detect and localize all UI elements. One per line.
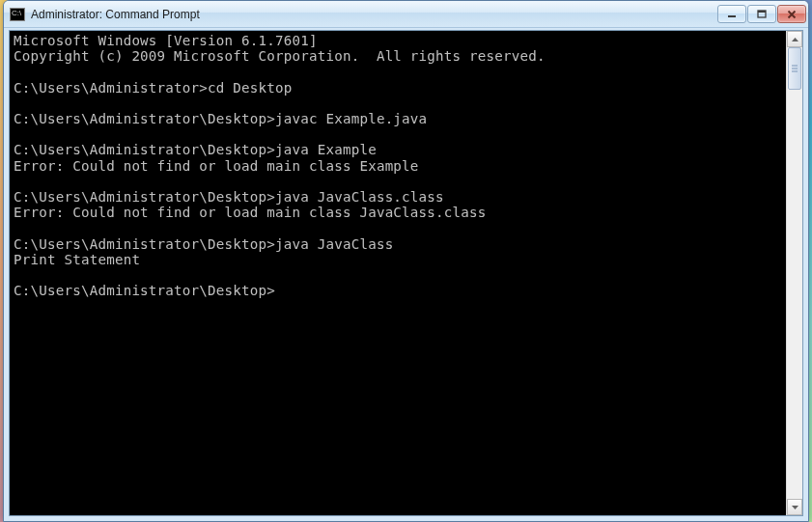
maximize-icon <box>757 10 767 19</box>
close-icon <box>787 10 797 19</box>
svg-rect-2 <box>758 11 766 13</box>
minimize-button[interactable] <box>717 5 746 23</box>
terminal-line <box>14 96 782 111</box>
app-icon: C:\ <box>10 8 25 21</box>
terminal-line: C:\Users\Administrator\Desktop>java Exam… <box>14 142 782 157</box>
scroll-up-button[interactable] <box>787 31 802 47</box>
terminal-line: C:\Users\Administrator\Desktop> <box>14 283 782 298</box>
vertical-scrollbar[interactable] <box>786 31 802 515</box>
terminal-line: Error: Could not find or load main class… <box>14 158 782 174</box>
terminal-line: C:\Users\Administrator>cd Desktop <box>14 80 782 96</box>
terminal-line: Error: Could not find or load main class… <box>14 205 782 220</box>
chevron-down-icon <box>792 506 798 509</box>
terminal-line: Print Statement <box>14 252 782 267</box>
titlebar[interactable]: C:\ Administrator: Command Prompt <box>4 1 808 28</box>
window-title: Administrator: Command Prompt <box>31 8 717 21</box>
terminal-line <box>14 126 782 142</box>
terminal-line: C:\Users\Administrator\Desktop>javac Exa… <box>14 111 782 126</box>
terminal-output[interactable]: Microsoft Windows [Version 6.1.7601]Copy… <box>10 31 786 515</box>
terminal-line: Microsoft Windows [Version 6.1.7601] <box>14 33 782 48</box>
terminal-line: C:\Users\Administrator\Desktop>java Java… <box>14 236 782 252</box>
command-prompt-window: C:\ Administrator: Command Prompt Micros… <box>3 0 809 522</box>
svg-rect-0 <box>728 15 736 17</box>
terminal-line <box>14 64 782 79</box>
maximize-button[interactable] <box>747 5 776 23</box>
scroll-thumb[interactable] <box>788 47 801 90</box>
chevron-up-icon <box>792 38 798 41</box>
minimize-icon <box>727 10 737 19</box>
window-controls <box>717 5 806 23</box>
terminal-line: Copyright (c) 2009 Microsoft Corporation… <box>14 48 782 64</box>
scroll-down-button[interactable] <box>787 499 802 515</box>
terminal-line <box>14 174 782 189</box>
terminal-line <box>14 220 782 235</box>
terminal-line <box>14 267 782 283</box>
close-button[interactable] <box>777 5 806 23</box>
terminal-area: Microsoft Windows [Version 6.1.7601]Copy… <box>9 30 803 516</box>
terminal-line: C:\Users\Administrator\Desktop>java Java… <box>14 189 782 205</box>
scroll-track[interactable] <box>787 47 802 499</box>
